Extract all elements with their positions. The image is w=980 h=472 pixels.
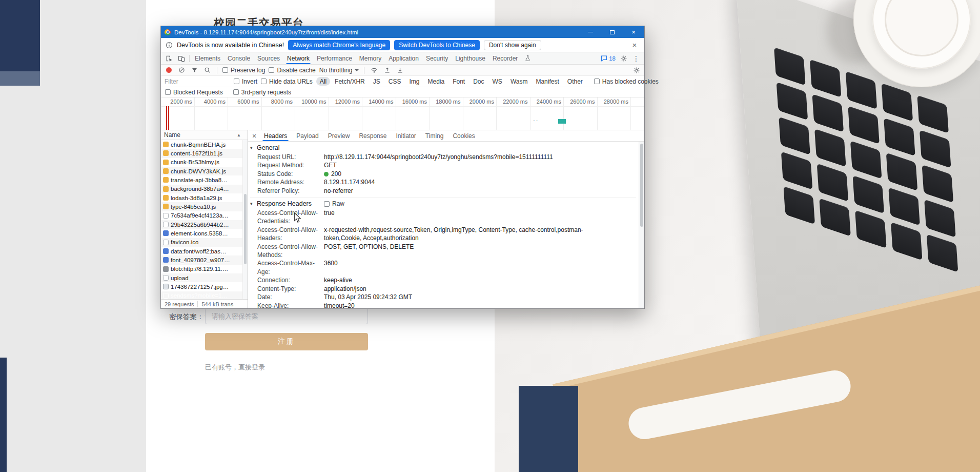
header-row: Access-Control-Max-Age: 3600 — [250, 259, 636, 276]
has-blocked-cookies-checkbox[interactable]: Has blocked cookies — [594, 78, 659, 85]
request-row[interactable]: element-icons.5358… — [161, 229, 248, 238]
resource-filter-pill[interactable]: Fetch/XHR — [331, 77, 369, 86]
close-window-button[interactable]: × — [623, 26, 644, 38]
raw-checkbox[interactable]: Raw — [324, 199, 344, 209]
request-row[interactable]: favicon.ico — [161, 238, 248, 247]
detail-tab[interactable]: Preview — [323, 130, 355, 141]
file-type-icon — [163, 150, 169, 156]
detail-tab[interactable]: Cookies — [448, 130, 479, 141]
resource-filter-pill[interactable]: Manifest — [532, 77, 562, 86]
divider — [217, 67, 217, 74]
request-row[interactable]: translate-api-3bba8… — [161, 175, 248, 184]
inspect-element-icon[interactable] — [163, 52, 175, 64]
request-row[interactable]: font_4097802_w907… — [161, 255, 248, 264]
devtools-tab[interactable]: Console — [224, 52, 254, 64]
request-row[interactable]: chunk-DWVY3kAK.js — [161, 167, 248, 175]
preserve-log-checkbox[interactable]: Preserve log — [222, 67, 265, 74]
import-har-icon[interactable] — [382, 66, 392, 75]
general-section-header[interactable]: ▾ General — [250, 143, 636, 153]
resource-filter-pill[interactable]: Wasm — [507, 77, 532, 86]
request-row[interactable]: blob:http://8.129.11.… — [161, 265, 248, 273]
login-link[interactable]: 已有账号，直接登录 — [205, 363, 265, 372]
security-answer-input[interactable] — [205, 308, 368, 324]
request-row[interactable]: chunk-BqmnBEHA.js — [161, 140, 248, 149]
switch-to-chinese-button[interactable]: Switch DevTools to Chinese — [394, 40, 480, 50]
detail-tab[interactable]: Timing — [421, 130, 448, 141]
request-row[interactable]: background-38b7a4… — [161, 185, 248, 193]
hide-data-urls-checkbox[interactable]: Hide data URLs — [261, 78, 313, 85]
export-har-icon[interactable] — [395, 66, 404, 75]
filter-funnel-icon[interactable] — [190, 66, 199, 75]
resource-filter-pill[interactable]: JS — [370, 77, 384, 86]
filter-input[interactable] — [165, 78, 230, 85]
resource-filter-pill[interactable]: Font — [449, 77, 468, 86]
minimize-button[interactable] — [580, 26, 601, 38]
detail-tab[interactable]: Payload — [292, 130, 323, 141]
close-detail-icon[interactable]: × — [249, 132, 259, 140]
file-type-icon — [163, 160, 169, 165]
timeline-label: 2000 ms — [170, 99, 192, 105]
devtools-tab[interactable]: Lighthouse — [452, 52, 489, 64]
timeline-overview[interactable]: 2000 ms4000 ms6000 ms8000 ms10000 ms1200… — [161, 97, 644, 130]
network-conditions-icon[interactable] — [370, 66, 379, 75]
devtools-tab[interactable]: Security — [422, 52, 452, 64]
devtools-tab[interactable]: Sources — [254, 52, 283, 64]
resource-filter-pill[interactable]: Media — [424, 77, 448, 86]
network-panels: Name ▲ chunk-BqmnBEHA.js content-1672f1b… — [161, 130, 644, 308]
devtools-tab[interactable]: Memory — [356, 52, 385, 64]
request-row[interactable]: 1743672271257.jpg… — [161, 282, 248, 291]
devtools-tab[interactable]: Recorder — [489, 52, 521, 64]
scrollbar-thumb[interactable] — [244, 194, 247, 264]
match-language-button[interactable]: Always match Chrome's language — [288, 40, 390, 50]
feedback-chat-icon[interactable]: 18 — [601, 55, 616, 62]
register-button[interactable]: 注册 — [205, 333, 368, 350]
network-filter-row: Invert Hide data URLs AllFetch/XHRJSCSSI… — [161, 76, 644, 87]
devtools-titlebar[interactable]: DevTools - 8.129.11.174:9044/springboot2… — [161, 26, 644, 38]
settings-gear-icon[interactable] — [618, 55, 630, 62]
third-party-requests-checkbox[interactable]: 3rd-party requests — [233, 89, 291, 96]
devtools-tab[interactable]: Performance — [313, 52, 356, 64]
clear-network-log-icon[interactable] — [177, 66, 186, 75]
requests-scrollbar[interactable] — [242, 140, 248, 299]
throttling-dropdown[interactable]: No throttling — [319, 67, 359, 74]
request-name: data:font/woff2;bas… — [171, 248, 226, 254]
request-row[interactable]: 29b43225a6b944b2… — [161, 220, 248, 229]
request-row[interactable]: data:font/woff2;bas… — [161, 247, 248, 255]
more-options-icon[interactable]: ⋮ — [632, 54, 640, 63]
devtools-tab[interactable]: Application — [385, 52, 422, 64]
request-row[interactable]: type-84b5ea10.js — [161, 202, 248, 211]
name-column-header[interactable]: Name ▲ — [161, 130, 248, 140]
resource-filter-pill[interactable]: Doc — [469, 77, 487, 86]
resource-filter-pill[interactable]: WS — [489, 77, 506, 86]
detail-scrollbar[interactable] — [639, 142, 644, 308]
detail-tab[interactable]: Headers — [259, 130, 292, 141]
network-settings-gear-icon[interactable] — [632, 66, 641, 75]
request-row[interactable]: chunk-BrS3hlmy.js — [161, 158, 248, 167]
device-toolbar-icon[interactable] — [175, 52, 188, 64]
request-row[interactable]: 7c534af9e4cf4123a… — [161, 211, 248, 220]
invert-checkbox[interactable]: Invert — [234, 78, 257, 85]
response-headers-section-header[interactable]: ▾ Response Headers Raw — [250, 199, 636, 209]
request-name: 1743672271257.jpg… — [171, 284, 229, 290]
detail-tab[interactable]: Response — [354, 130, 391, 141]
record-network-log-icon[interactable] — [164, 66, 173, 75]
request-row[interactable]: lodash-3d8a1a29.js — [161, 193, 248, 202]
detail-tab[interactable]: Initiator — [391, 130, 420, 141]
blocked-requests-checkbox[interactable]: Blocked Requests — [165, 89, 223, 96]
dont-show-again-button[interactable]: Don't show again — [484, 40, 541, 50]
request-row[interactable]: content-1672f1b1.js — [161, 149, 248, 158]
dismiss-notification-icon[interactable]: × — [629, 41, 640, 49]
request-row[interactable]: upload — [161, 273, 248, 282]
devtools-tab[interactable]: Elements — [191, 52, 224, 64]
resource-filter-pill[interactable]: Img — [405, 77, 423, 86]
devtools-tab[interactable]: Network — [283, 52, 313, 64]
request-row[interactable]: sendsms?mobile=1… — [161, 291, 248, 299]
scrollbar-thumb[interactable] — [640, 144, 643, 227]
disable-cache-checkbox[interactable]: Disable cache — [269, 67, 315, 74]
search-icon[interactable] — [202, 66, 212, 75]
resource-filter-pill[interactable]: All — [316, 77, 330, 86]
resource-filter-pill[interactable]: CSS — [385, 77, 405, 86]
resource-filter-pill[interactable]: Other — [564, 77, 586, 86]
maximize-button[interactable] — [601, 26, 623, 38]
timeline-label-underline — [161, 106, 644, 107]
